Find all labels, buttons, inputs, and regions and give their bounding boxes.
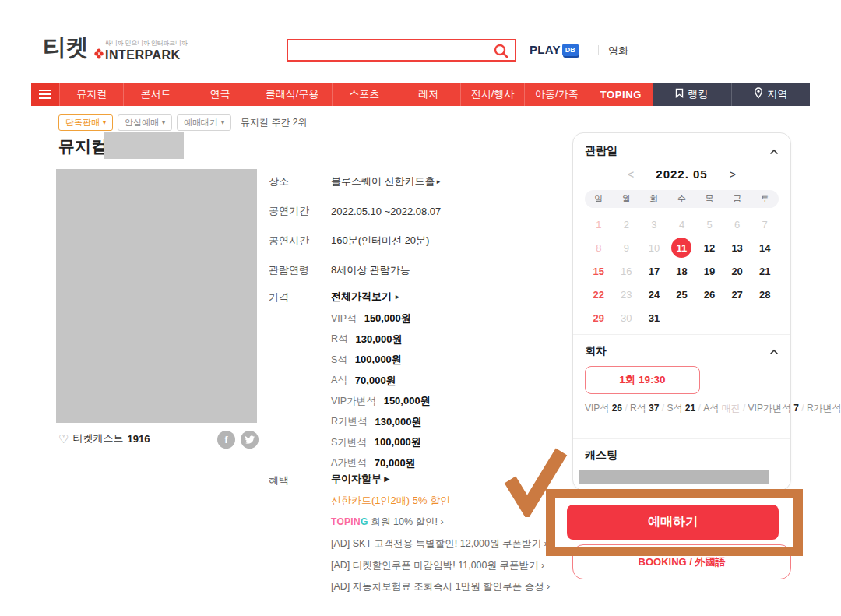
- benefits-block: 혜택 무이자할부 ▸ 신한카드(1인2매) 5% 할인 TOPING 회원 10…: [269, 468, 550, 598]
- next-month-button[interactable]: >: [730, 168, 736, 181]
- page: 티켓 싸니까 믿으니까 인터파크니까 INTERPARK PLAY DB 영화 …: [0, 0, 841, 616]
- calendar-day[interactable]: 7: [751, 213, 779, 236]
- calendar-day[interactable]: 26: [695, 283, 723, 306]
- ticketcast-button[interactable]: ♡ 티켓캐스트 1916: [58, 431, 150, 445]
- info-row: 공연시간 160분(인터미션 20분): [269, 226, 565, 255]
- nav-region[interactable]: 지역: [731, 83, 811, 106]
- interpark-flower-icon: [94, 48, 104, 62]
- page-title-category: 뮤지컬: [58, 136, 107, 157]
- calendar-day[interactable]: 31: [640, 306, 668, 329]
- ad-link[interactable]: [AD] 티켓할인쿠폰 마감임박! 11,000원 쿠폰받기 ›: [331, 559, 544, 572]
- filter-badge[interactable]: 안심예매▾: [118, 114, 172, 131]
- date-section-title: 관람일: [585, 144, 618, 158]
- search-icon[interactable]: [493, 43, 509, 62]
- calendar-day[interactable]: 3: [640, 213, 668, 236]
- round-section-title: 회차: [585, 344, 607, 358]
- calendar-day[interactable]: 14: [751, 236, 779, 259]
- price-row: R가변석 130,000원: [331, 412, 431, 433]
- calendar-day[interactable]: 23: [613, 283, 641, 306]
- month-label: 2022. 05: [656, 167, 707, 181]
- calendar-day[interactable]: 24: [640, 283, 668, 306]
- calendar-day[interactable]: 11: [668, 236, 696, 259]
- prev-month-button[interactable]: <: [628, 168, 634, 181]
- calendar-day[interactable]: 13: [723, 236, 751, 259]
- playdb-db-cube: DB: [562, 44, 579, 56]
- nav-item[interactable]: TOPING: [589, 83, 653, 106]
- round-section: 회차 1회 19:30 VIP석 26R석 37S석 21A석 매진VIP가변석…: [573, 334, 790, 438]
- casting-section-title: 캐스팅: [585, 449, 618, 463]
- calendar-day[interactable]: 19: [695, 259, 723, 283]
- nav-item[interactable]: 콘서트: [123, 83, 187, 106]
- calendar-day[interactable]: 17: [640, 259, 668, 283]
- weekly-rank-text: 뮤지컬 주간 2위: [241, 116, 307, 129]
- search-input[interactable]: [293, 40, 487, 60]
- nav-item[interactable]: 뮤지컬: [59, 83, 123, 106]
- casting-redacted-bar: [579, 470, 769, 484]
- nav-dark-section: 랭킹 지역: [653, 83, 810, 106]
- chevron-up-icon[interactable]: [769, 345, 779, 357]
- price-block: 가격 전체가격보기▸ VIP석 150,000원 R석 130,000원 S석 …: [269, 285, 431, 473]
- filter-badges: 단독판매▾ 안심예매▾ 예매대기▾: [58, 114, 231, 131]
- nav-item[interactable]: 스포츠: [332, 83, 396, 106]
- foreign-booking-button[interactable]: BOOKING / 外國語: [572, 544, 791, 579]
- calendar-day[interactable]: 8: [585, 236, 613, 259]
- toping-benefit-link[interactable]: TOPING 회원 10% 할인! ›: [331, 512, 550, 533]
- calendar-day[interactable]: 27: [723, 283, 751, 306]
- nav-item[interactable]: 레저: [396, 83, 459, 106]
- ad-link[interactable]: [AD] SKT 고객전용 특별할인! 12,000원 쿠폰받기 ›: [331, 537, 547, 551]
- calendar-day[interactable]: 15: [585, 259, 613, 283]
- book-now-button[interactable]: 예매하기: [567, 505, 779, 540]
- seat-availability-item: A석 매진: [703, 403, 748, 414]
- twitter-icon[interactable]: [241, 431, 259, 449]
- calendar-day[interactable]: 25: [668, 283, 696, 306]
- facebook-icon[interactable]: f: [217, 431, 235, 449]
- calendar-day[interactable]: 9: [613, 236, 641, 259]
- playdb-logo[interactable]: PLAY DB: [530, 43, 579, 56]
- calendar-day[interactable]: 22: [585, 283, 613, 306]
- interpark-ticket-logo[interactable]: 티켓 싸니까 믿으니까 인터파크니까 INTERPARK: [43, 34, 187, 62]
- view-all-prices-link[interactable]: 전체가격보기▸: [331, 285, 431, 308]
- chevron-up-icon[interactable]: [769, 145, 779, 157]
- nav-item[interactable]: 클래식/무용: [252, 83, 332, 106]
- title-redacted: [104, 132, 184, 159]
- calendar-day[interactable]: 18: [668, 259, 696, 283]
- round-time-button[interactable]: 1회 19:30: [585, 366, 700, 394]
- info-row: 관람연령 8세이상 관람가능: [269, 255, 565, 285]
- weekday-label: 수: [668, 193, 696, 205]
- show-info-table: 장소 블루스퀘어 신한카드홀 ▸ 공연기간 2022.05.10 ~2022.0…: [269, 167, 565, 285]
- calendar-day[interactable]: 16: [613, 259, 641, 283]
- ad-link[interactable]: [AD] 자동차보험료 조회즉시 1만원 할인쿠폰 증정 ›: [331, 580, 550, 593]
- calendar-day[interactable]: 10: [640, 236, 668, 259]
- nav-ranking[interactable]: 랭킹: [653, 83, 731, 106]
- calendar-day[interactable]: 6: [723, 213, 751, 236]
- calendar-day[interactable]: 5: [695, 213, 723, 236]
- calendar-day[interactable]: 4: [668, 213, 696, 236]
- calendar-day[interactable]: 30: [613, 306, 641, 329]
- weekday-label: 월: [613, 193, 641, 205]
- calendar-day[interactable]: 29: [585, 306, 613, 329]
- calendar-day[interactable]: 2: [613, 213, 641, 236]
- calendar-day[interactable]: 21: [751, 259, 779, 283]
- movie-link[interactable]: 영화: [608, 44, 628, 58]
- filter-badge[interactable]: 예매대기▾: [177, 114, 231, 131]
- nav-item[interactable]: 연극: [188, 83, 252, 106]
- hamburger-icon: [39, 90, 51, 91]
- calendar-grid: 1234567891011121314151617181920212223242…: [585, 213, 779, 329]
- seat-availability: VIP석 26R석 37S석 21A석 매진VIP가변석 7R가변석 39S가변…: [585, 402, 779, 415]
- ticketcast-count: 1916: [127, 433, 150, 445]
- price-row: VIP석 150,000원: [331, 308, 431, 329]
- filter-row: 단독판매▾ 안심예매▾ 예매대기▾ 뮤지컬 주간 2위: [58, 114, 307, 131]
- calendar-day[interactable]: 28: [751, 283, 779, 306]
- filter-badge[interactable]: 단독판매▾: [58, 114, 113, 131]
- calendar-day[interactable]: 20: [723, 259, 751, 283]
- nav-item[interactable]: 전시/행사: [460, 83, 524, 106]
- weekday-label: 토: [751, 193, 779, 205]
- interest-free-link[interactable]: 무이자할부 ▸: [331, 472, 389, 486]
- nav-item[interactable]: 아동/가족: [524, 83, 588, 106]
- logo-brand-text: INTERPARK: [105, 48, 181, 62]
- price-row: R석 130,000원: [331, 329, 431, 350]
- calendar-day[interactable]: 12: [695, 236, 723, 259]
- hamburger-menu-button[interactable]: [31, 83, 59, 106]
- price-row: S석 100,000원: [331, 350, 431, 371]
- calendar-day[interactable]: 1: [585, 213, 613, 236]
